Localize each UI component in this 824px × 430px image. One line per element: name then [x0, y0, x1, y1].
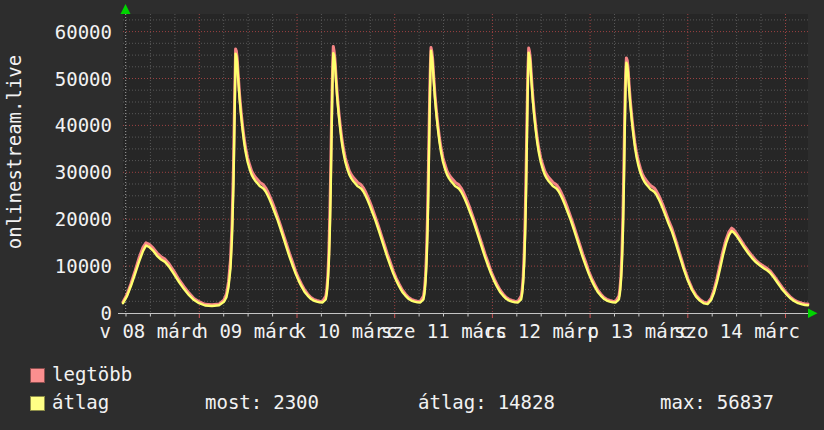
plot-background [123, 14, 808, 313]
legend-label-legtobb: legtöbb [52, 363, 132, 385]
y-tick-label: 40000 [34, 114, 112, 136]
y-tick-label: 30000 [34, 161, 112, 183]
y-axis-up-arrow-icon [121, 4, 131, 14]
stat-most: most:2300 [205, 391, 319, 413]
y-tick-label: 60000 [34, 21, 112, 43]
stat-max-label: max: [660, 391, 706, 413]
x-axis-right-arrow-icon [808, 309, 818, 319]
stat-most-label: most: [205, 391, 262, 413]
stat-atlag: átlag:14828 [418, 391, 555, 413]
graph-canvas: onlinestream.live 0100002000030000400005… [0, 0, 824, 430]
graph-title: onlinestream.live [3, 41, 25, 263]
x-tick-label: szo 14 márc [637, 320, 824, 342]
stat-most-value: 2300 [273, 391, 319, 413]
stat-max-value: 56837 [717, 391, 774, 413]
stat-atlag-label: átlag: [418, 391, 487, 413]
y-tick-label: 10000 [34, 255, 112, 277]
y-tick-label: 50000 [34, 68, 112, 90]
legend-swatch-legtobb [30, 368, 45, 383]
stat-atlag-value: 14828 [498, 391, 555, 413]
y-tick-label: 20000 [34, 208, 112, 230]
legend-swatch-atlag [30, 396, 45, 411]
legend-label-atlag: átlag [52, 391, 109, 413]
stat-max: max:56837 [660, 391, 774, 413]
